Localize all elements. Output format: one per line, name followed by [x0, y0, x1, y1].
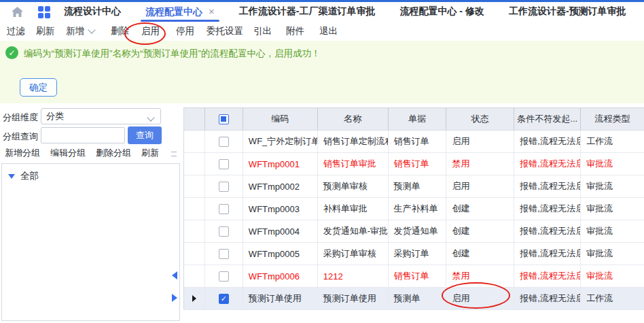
cell-doc: 预测单: [388, 288, 446, 309]
toolbar-item-3[interactable]: 新增: [66, 25, 94, 37]
row-checkbox-cell: [204, 243, 243, 265]
select-all-checkbox[interactable]: [219, 114, 229, 124]
toolbar-item-1[interactable]: 过滤: [7, 25, 25, 37]
query-button[interactable]: 查询: [128, 126, 162, 144]
cell-doc: 销售订单: [388, 131, 446, 152]
current-row-arrow-icon: [192, 295, 196, 302]
cell-condition: 报错,流程无法启动: [514, 220, 580, 242]
table-row[interactable]: WF_宁外定制订单销售订单定制流程销售订单启用报错,流程无法启动工作流: [184, 131, 644, 153]
tab-4[interactable]: 流程配置中心 - 修改: [399, 2, 484, 22]
column-header-2[interactable]: 名称: [317, 108, 388, 130]
cell-code: WFTmp0002: [243, 175, 317, 197]
apps-grid-icon[interactable]: [38, 6, 50, 18]
row-checkbox[interactable]: [219, 137, 229, 147]
cell-condition: 报错,流程无法启动: [514, 288, 580, 309]
tab-close-icon[interactable]: ×: [209, 5, 215, 17]
row-checkbox[interactable]: [219, 204, 229, 214]
tab-label: 工作流设计器-工厂渠道订单审批: [239, 5, 376, 16]
workflow-table: 编码名称单据状态条件不符发起...流程类型 WF_宁外定制订单销售订单定制流程销…: [183, 107, 644, 309]
toolbar-item-label: 新增: [66, 25, 84, 37]
resize-handle-icon[interactable]: [171, 152, 177, 156]
toolbar-item-7[interactable]: 委托设置: [207, 25, 243, 37]
row-indicator-cell: [184, 198, 204, 220]
toolbar-item-2[interactable]: 刷新: [36, 25, 54, 37]
row-checkbox-cell: [204, 131, 243, 152]
toolbar-item-5[interactable]: 启用: [141, 25, 160, 37]
tab-bar: 流程设计中心流程配置中心×工作流设计器-工厂渠道订单审批流程配置中心 - 修改工…: [0, 2, 644, 22]
splitter-collapse-left-icon[interactable]: [172, 271, 177, 279]
cell-condition: 报错,流程无法启动: [514, 131, 580, 152]
row-checkbox[interactable]: ✓: [219, 294, 229, 304]
row-indicator-cell: [184, 153, 204, 175]
chevron-down-icon: [88, 26, 95, 33]
table-body: WF_宁外定制订单销售订单定制流程销售订单启用报错,流程无法启动工作流WFTmp…: [184, 131, 644, 310]
column-header-5[interactable]: 条件不符发起...: [514, 108, 580, 130]
row-indicator-cell: [184, 243, 204, 265]
tab-3[interactable]: 工作流设计器-工厂渠道订单审批: [239, 2, 376, 22]
home-icon[interactable]: [12, 7, 23, 17]
tree-expand-icon[interactable]: [8, 174, 15, 179]
table-row[interactable]: WFTmp0002预测单审核预测单启用报错,流程无法启动审批流: [184, 175, 644, 198]
table-row[interactable]: WFTmp00061212销售订单禁用报错,流程无法启动审批流: [184, 265, 644, 288]
table-row[interactable]: WFTmp0004发货通知单-审批发货通知单创建报错,流程无法启动审批流: [184, 220, 644, 243]
toolbar-item-label: 刷新: [36, 25, 54, 37]
cell-doc: 生产补料单: [388, 198, 446, 220]
toolbar-item-8[interactable]: 引出: [253, 25, 272, 37]
tab-list: 流程设计中心流程配置中心×工作流设计器-工厂渠道订单审批流程配置中心 - 修改工…: [64, 2, 626, 22]
cell-code: WFTmp0003: [243, 198, 317, 220]
cell-condition: 报错,流程无法启动: [514, 153, 580, 175]
tab-1[interactable]: 流程设计中心: [64, 2, 121, 22]
cell-name: 1212: [317, 265, 388, 287]
column-header-4[interactable]: 状态: [446, 108, 514, 130]
group-dimension-select[interactable]: 分类: [41, 108, 161, 124]
table-row[interactable]: ✓预测订单使用预测订单使用预测单启用报错,流程无法启动工作流: [184, 288, 644, 310]
row-checkbox-cell: [204, 153, 243, 175]
group-action-links: 新增分组编辑分组删除分组刷新: [5, 147, 159, 159]
tab-2[interactable]: 流程配置中心×: [145, 2, 215, 22]
cell-doc: 销售订单: [388, 265, 446, 287]
sidebar-link-4[interactable]: 刷新: [141, 147, 159, 159]
sidebar-link-3[interactable]: 删除分组: [96, 147, 131, 159]
row-checkbox[interactable]: [219, 271, 229, 282]
column-header-1[interactable]: 编码: [243, 108, 317, 130]
confirm-button[interactable]: 确定: [20, 78, 57, 97]
cell-doc: 发货通知单: [388, 220, 446, 242]
toolbar-item-label: 委托设置: [207, 25, 243, 37]
row-checkbox[interactable]: [219, 226, 229, 237]
column-header-3[interactable]: 单据: [388, 108, 446, 130]
sidebar-link-2[interactable]: 编辑分组: [50, 147, 86, 159]
cell-name: 销售订单定制流程: [317, 131, 388, 152]
cell-code: WFTmp0004: [243, 220, 317, 242]
success-check-icon: ✓: [5, 46, 18, 59]
cell-status: 禁用: [446, 265, 514, 287]
tab-5[interactable]: 工作流设计器-预测订单审批: [509, 2, 626, 22]
toolbar-item-label: 附件: [286, 25, 304, 37]
cell-status: 启用: [446, 288, 514, 309]
row-checkbox-cell: ✓: [204, 288, 243, 309]
group-search-input[interactable]: [41, 127, 125, 143]
column-header-6[interactable]: 流程类型: [580, 108, 644, 130]
group-dimension-label: 分组维度: [3, 112, 38, 124]
cell-flowtype: 审批流: [580, 220, 644, 242]
toolbar-item-10[interactable]: 退出: [319, 25, 338, 37]
table-row[interactable]: WFTmp0003补料单审批生产补料单创建报错,流程无法启动审批流: [184, 198, 644, 220]
sidebar-link-1[interactable]: 新增分组: [5, 147, 40, 159]
row-checkbox[interactable]: [219, 249, 229, 259]
success-banner: ✓ 编码为“预测订单使用”名称为“预测订单使用”的流程配置中心，启用成功！ 确定: [0, 41, 644, 103]
toolbar-item-label: 引出: [253, 25, 272, 37]
toolbar-item-4[interactable]: 删除: [111, 25, 129, 37]
cell-flowtype: 工作流: [580, 131, 644, 152]
toolbar-item-9[interactable]: 附件: [286, 25, 304, 37]
table-row[interactable]: WFTmp0005采购订单审核采购订单创建报错,流程无法启动审批流: [184, 243, 644, 265]
toolbar-item-label: 停用: [176, 25, 194, 37]
row-checkbox[interactable]: [219, 159, 229, 169]
toolbar-item-6[interactable]: 停用: [176, 25, 194, 37]
tree-node-all[interactable]: 全部: [8, 170, 39, 182]
table-row[interactable]: WFTmp0001销售订单审批销售订单禁用报错,流程无法启动审批流: [184, 153, 644, 175]
row-indicator-cell: [184, 220, 204, 242]
header-indicator-cell: [184, 108, 204, 130]
splitter-collapse-right-icon[interactable]: [172, 294, 177, 302]
cell-doc: 采购订单: [388, 243, 446, 265]
row-checkbox[interactable]: [219, 182, 229, 192]
toolbar-item-label: 启用: [141, 25, 160, 37]
